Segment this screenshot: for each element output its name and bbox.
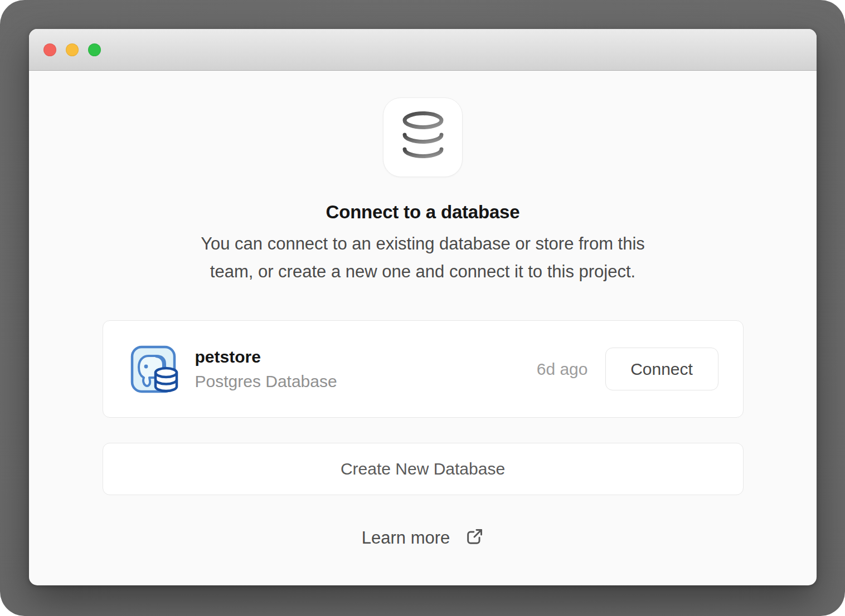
database-info: petstore Postgres Database [195, 348, 337, 391]
database-name: petstore [195, 348, 337, 366]
dialog-window: Connect to a database You can connect to… [29, 29, 817, 585]
connect-button[interactable]: Connect [605, 348, 718, 390]
learn-more-label: Learn more [362, 528, 450, 548]
database-type: Postgres Database [195, 372, 337, 391]
close-button[interactable] [43, 43, 56, 56]
desktop-background: Connect to a database You can connect to… [0, 0, 845, 616]
learn-more-link[interactable]: Learn more [362, 527, 484, 549]
database-list: petstore Postgres Database 6d ago Connec… [103, 320, 744, 495]
page-description: You can connect to an existing database … [201, 230, 645, 286]
external-link-icon [465, 527, 484, 549]
dialog-content: Connect to a database You can connect to… [29, 71, 817, 549]
description-line-1: You can connect to an existing database … [201, 230, 645, 258]
window-controls [43, 43, 101, 56]
zoom-button[interactable] [88, 43, 101, 56]
database-icon [401, 111, 445, 164]
minimize-button[interactable] [66, 43, 79, 56]
page-title: Connect to a database [326, 202, 520, 223]
description-line-2: team, or create a new one and connect it… [201, 258, 645, 286]
create-new-database-button[interactable]: Create New Database [103, 443, 744, 495]
postgres-elephant-icon [130, 344, 183, 395]
database-icon-card [383, 97, 463, 177]
database-meta: 6d ago Connect [537, 348, 718, 390]
last-used-timestamp: 6d ago [537, 360, 588, 379]
window-titlebar[interactable] [29, 29, 817, 71]
database-row-petstore[interactable]: petstore Postgres Database 6d ago Connec… [103, 320, 744, 418]
